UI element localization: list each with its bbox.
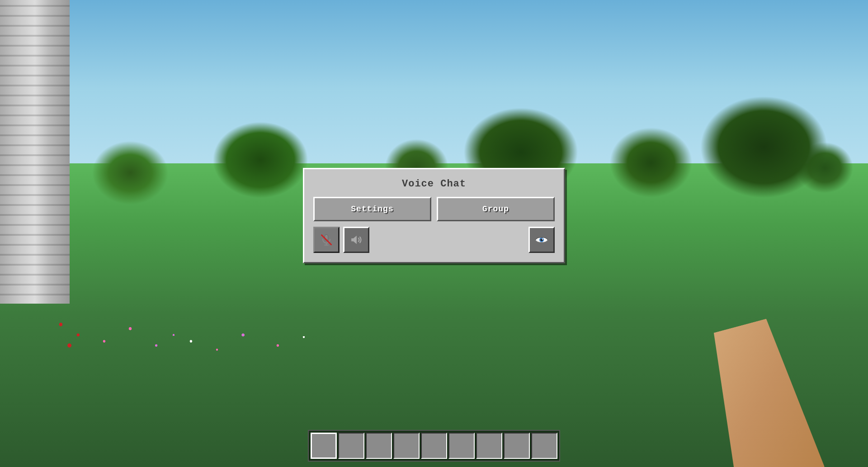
mic-muted-icon (320, 234, 333, 246)
hotbar-slot-5[interactable] (421, 433, 447, 459)
hotbar-slot-1[interactable] (311, 433, 337, 459)
hotbar (308, 430, 560, 462)
hotbar-slot-6[interactable] (448, 433, 475, 459)
hotbar-slot-4[interactable] (393, 433, 420, 459)
hotbar-slot-9[interactable] (531, 433, 557, 459)
hotbar-slot-3[interactable] (366, 433, 392, 459)
mute-mic-button[interactable] (313, 227, 340, 253)
hotbar-slot-7[interactable] (476, 433, 502, 459)
hud-toggle-button[interactable] (528, 227, 555, 253)
modal-overlay: Voice Chat Settings Group (0, 0, 868, 467)
hotbar-slot-8[interactable] (504, 433, 530, 459)
speaker-icon (349, 233, 363, 247)
icon-buttons-row (313, 227, 555, 253)
dialog-title: Voice Chat (313, 178, 555, 190)
speaker-button[interactable] (343, 227, 369, 253)
voice-chat-dialog: Voice Chat Settings Group (303, 168, 565, 263)
settings-button[interactable]: Settings (313, 197, 431, 221)
hotbar-slot-2[interactable] (338, 433, 364, 459)
main-buttons-row: Settings Group (313, 197, 555, 221)
svg-point-7 (542, 238, 543, 239)
svg-marker-4 (351, 235, 357, 244)
eye-icon (535, 233, 548, 247)
group-button[interactable]: Group (437, 197, 555, 221)
